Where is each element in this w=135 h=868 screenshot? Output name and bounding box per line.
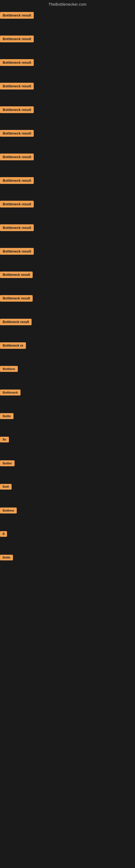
bottleneck-badge-5[interactable]: Bottleneck result	[0, 106, 34, 113]
bottleneck-badge-8[interactable]: Bottleneck result	[0, 177, 34, 184]
bottleneck-badge-2[interactable]: Bottleneck result	[0, 35, 34, 42]
bottleneck-item-6: Bottleneck result	[0, 128, 135, 151]
bottleneck-badge-12[interactable]: Bottleneck result	[0, 272, 33, 278]
bottleneck-item-23: B	[0, 529, 135, 553]
bottleneck-item-10: Bottleneck result	[0, 222, 135, 246]
bottleneck-item-11: Bottleneck result	[0, 246, 135, 269]
bottleneck-badge-20[interactable]: Bottler	[0, 460, 14, 466]
bottleneck-badge-13[interactable]: Bottleneck result	[0, 295, 33, 302]
bottleneck-item-3: Bottleneck result	[0, 57, 135, 81]
bottleneck-badge-17[interactable]: Bottleneck	[0, 390, 20, 396]
bottleneck-badge-1[interactable]: Bottleneck result	[0, 12, 34, 19]
bottleneck-badge-6[interactable]: Bottleneck result	[0, 130, 34, 137]
bottleneck-badge-21[interactable]: Bottl	[0, 484, 12, 490]
bottleneck-badge-15[interactable]: Bottleneck re	[0, 342, 26, 349]
bottleneck-item-8: Bottleneck result	[0, 175, 135, 198]
bottleneck-item-7: Bottleneck result	[0, 151, 135, 175]
bottleneck-badge-9[interactable]: Bottleneck result	[0, 201, 34, 208]
bottleneck-item-2: Bottleneck result	[0, 33, 135, 57]
bottleneck-item-12: Bottleneck result	[0, 269, 135, 293]
bottleneck-badge-19[interactable]: Bo	[0, 437, 9, 442]
bottleneck-item-4: Bottleneck result	[0, 81, 135, 104]
bottleneck-badge-16[interactable]: Bottlene	[0, 366, 18, 372]
bottleneck-item-21: Bottl	[0, 482, 135, 505]
bottleneck-item-1: Bottleneck result	[0, 10, 135, 33]
bottleneck-item-9: Bottleneck result	[0, 198, 135, 222]
bottleneck-item-22: Bottlene	[0, 505, 135, 529]
bottleneck-badge-22[interactable]: Bottlene	[0, 507, 17, 514]
bottleneck-item-14: Bottleneck result	[0, 316, 135, 340]
bottleneck-item-20: Bottler	[0, 458, 135, 482]
bottleneck-badge-11[interactable]: Bottleneck result	[0, 248, 34, 255]
bottleneck-item-5: Bottleneck result	[0, 104, 135, 128]
site-title: TheBottlenecker.com	[0, 0, 135, 10]
bottleneck-item-13: Bottleneck result	[0, 293, 135, 316]
bottleneck-badge-10[interactable]: Bottleneck result	[0, 224, 34, 231]
bottleneck-item-15: Bottleneck re	[0, 340, 135, 364]
bottleneck-badge-7[interactable]: Bottleneck result	[0, 154, 34, 160]
bottleneck-badge-4[interactable]: Bottleneck result	[0, 83, 34, 90]
bottleneck-item-17: Bottleneck	[0, 388, 135, 411]
bottleneck-item-24: Bottle	[0, 553, 135, 576]
bottleneck-item-16: Bottlene	[0, 364, 135, 388]
bottleneck-badge-14[interactable]: Bottleneck result	[0, 319, 32, 325]
bottleneck-item-19: Bo	[0, 435, 135, 458]
bottleneck-item-18: Bottle	[0, 411, 135, 435]
items-container: Bottleneck resultBottleneck resultBottle…	[0, 10, 135, 576]
bottleneck-badge-3[interactable]: Bottleneck result	[0, 59, 34, 66]
bottleneck-badge-24[interactable]: Bottle	[0, 555, 13, 560]
bottleneck-badge-23[interactable]: B	[0, 531, 7, 537]
bottleneck-badge-18[interactable]: Bottle	[0, 413, 13, 419]
